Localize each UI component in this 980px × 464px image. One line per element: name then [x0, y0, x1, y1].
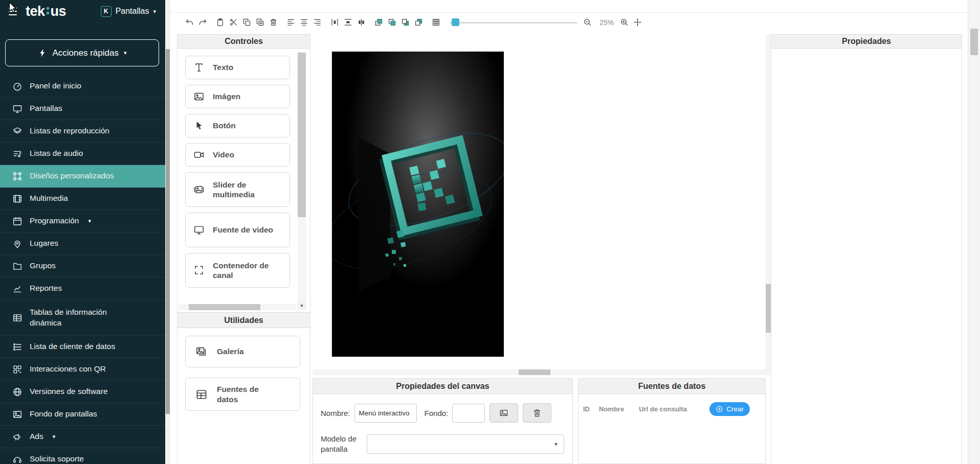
- control-card-boton[interactable]: Botón: [185, 114, 290, 137]
- screens-badge: K: [101, 6, 112, 17]
- sidebar-item-disenos-personalizados[interactable]: Diseños personalizados: [0, 165, 165, 188]
- cut-button[interactable]: [228, 16, 239, 29]
- controls-horizontal-scrollbar[interactable]: [179, 304, 296, 310]
- monitor-icon: [12, 104, 23, 114]
- utility-card-fuentes-datos[interactable]: Fuentes de datos: [185, 378, 300, 411]
- align-center-button[interactable]: [298, 16, 309, 29]
- sidebar-item-programacion[interactable]: Programación ▾: [0, 210, 165, 233]
- sidebar-item-ads[interactable]: Ads ▾: [0, 426, 165, 448]
- delete-button[interactable]: [268, 16, 279, 29]
- sidebar-item-fondo-pantallas[interactable]: Fondo de pantallas: [0, 403, 165, 426]
- data-sources-panel: Fuentes de datos ID Nombre Url de consul…: [578, 378, 766, 464]
- sidebar-scrollbar[interactable]: [165, 0, 170, 464]
- gallery-icon: [195, 345, 208, 358]
- data-sources-title: Fuentes de datos: [578, 379, 765, 394]
- canvas-vertical-scrollbar[interactable]: [766, 34, 771, 375]
- undo-button[interactable]: [184, 16, 195, 29]
- zoom-slider[interactable]: [450, 18, 577, 27]
- data-list-icon: [12, 342, 23, 352]
- bring-forward-button[interactable]: [386, 16, 397, 29]
- align-right-button[interactable]: [311, 16, 323, 29]
- sidebar-item-tablas-informacion[interactable]: Tablas de información dinámica: [0, 300, 165, 336]
- control-card-label: Texto: [213, 62, 233, 72]
- utility-card-galeria[interactable]: Galería: [185, 336, 300, 367]
- background-delete-button[interactable]: [523, 403, 551, 423]
- sidebar-item-listas-reproduccion[interactable]: Listas de reproducción: [0, 120, 165, 143]
- distribute-vertical-button[interactable]: [342, 16, 353, 29]
- sidebar-item-multimedia[interactable]: Multimedia: [0, 188, 165, 210]
- sidebar-item-label: Listas de reproducción: [30, 126, 109, 136]
- canvas-horizontal-scrollbar[interactable]: [313, 369, 766, 375]
- zoom-slider-thumb[interactable]: [452, 18, 459, 26]
- control-card-fuente-video[interactable]: Fuente de video: [185, 213, 290, 247]
- grid-toggle-button[interactable]: [430, 16, 441, 29]
- duplicate-button[interactable]: [254, 16, 265, 29]
- sidebar-item-lista-cliente-datos[interactable]: Lista de cliente de datos: [0, 336, 165, 358]
- sidebar-item-listas-audio[interactable]: Listas de audio: [0, 143, 165, 165]
- zoom-out-button[interactable]: [582, 16, 593, 29]
- sidebar-header: ☰ tekus K Pantallas ▾: [0, 0, 165, 22]
- screens-dropdown[interactable]: K Pantallas ▾: [101, 6, 156, 17]
- scrollbar-down-arrow-icon[interactable]: ▼: [298, 301, 306, 310]
- sidebar-item-grupos[interactable]: Grupos: [0, 255, 165, 277]
- redo-button[interactable]: [197, 16, 208, 29]
- control-card-imagen[interactable]: Imágen: [185, 85, 290, 108]
- video-camera-icon: [193, 149, 205, 160]
- sidebar-item-interacciones-qr[interactable]: Interacciones con QR: [0, 358, 165, 381]
- controls-vertical-scrollbar[interactable]: ▼: [298, 52, 306, 310]
- page-scrollbar-thumb[interactable]: [970, 29, 978, 55]
- canvas-vertical-scrollbar-thumb[interactable]: [766, 284, 771, 333]
- control-card-label: Imágen: [213, 91, 240, 101]
- distribute-horizontal-button[interactable]: [329, 16, 340, 29]
- sidebar-item-label: Listas de audio: [30, 148, 83, 158]
- sidebar-item-lugares[interactable]: Lugares: [0, 233, 165, 255]
- column-header-url: Url de consulta: [639, 405, 687, 413]
- sidebar-item-label: Ads: [30, 431, 43, 442]
- map-pin-icon: [12, 239, 23, 249]
- sidebar-scrollbar-thum b[interactable]: [166, 49, 170, 414]
- chevron-down-icon: ▾: [554, 441, 558, 447]
- chevron-down-icon: ▾: [88, 218, 92, 224]
- screen-model-select[interactable]: ▾: [367, 434, 564, 454]
- control-card-slider-multimedia[interactable]: Slider de multimedia: [185, 172, 290, 207]
- zoom-in-button[interactable]: [618, 16, 630, 29]
- control-card-texto[interactable]: Texto: [185, 56, 290, 79]
- menu-toggle-icon[interactable]: ☰: [5, 6, 20, 17]
- align-middle-button[interactable]: [355, 16, 367, 29]
- zoom-slider-track[interactable]: [450, 22, 577, 24]
- column-header-id: ID: [583, 405, 590, 413]
- send-to-back-button[interactable]: [413, 16, 424, 29]
- align-left-button[interactable]: [285, 16, 296, 29]
- paste-button[interactable]: [214, 16, 226, 29]
- control-card-video[interactable]: Video: [185, 143, 290, 167]
- canvas-background-input[interactable]: [452, 404, 485, 423]
- control-card-contenedor-canal[interactable]: Contenedor de canal: [185, 253, 290, 288]
- pan-button[interactable]: [632, 16, 643, 29]
- design-canvas[interactable]: [332, 52, 504, 357]
- bring-to-front-button[interactable]: [373, 16, 384, 29]
- background-label: Fondo:: [425, 409, 449, 417]
- create-datasource-button[interactable]: Crear: [709, 402, 750, 416]
- copy-button[interactable]: [241, 16, 252, 29]
- create-button-label: Crear: [726, 405, 744, 413]
- canvas-horizontal-scrollbar-thumb[interactable]: [519, 369, 550, 375]
- sidebar-item-label: Reportes: [30, 283, 62, 293]
- sidebar-item-solicita-soporte[interactable]: Solicita soporte: [0, 448, 165, 464]
- send-backward-button[interactable]: [399, 16, 411, 29]
- page-scrollbar[interactable]: [968, 0, 980, 464]
- sidebar-item-label: Lista de cliente de datos: [30, 341, 115, 352]
- sidebar-item-versiones-software[interactable]: Versiones de software: [0, 381, 165, 403]
- controls-horizontal-scrollbar-thumb[interactable]: [189, 304, 260, 310]
- canvas-name-input[interactable]: [354, 404, 417, 423]
- background-image-button[interactable]: [489, 403, 518, 423]
- controls-vertical-scrollbar-thumb[interactable]: [298, 53, 306, 217]
- canvas-properties-panel: Propiedades del canvas Nombre: Fondo: Mo…: [313, 378, 573, 464]
- sidebar-item-panel-inicio[interactable]: Panel de inicio: [0, 75, 165, 98]
- vector-square-icon: [12, 171, 23, 181]
- quick-actions-button[interactable]: Acciones rápidas ▾: [5, 39, 159, 66]
- canvas-artwork-k-logo: [332, 52, 504, 357]
- controls-list: Texto Imágen Botón Video Slider de multi…: [177, 49, 310, 288]
- sidebar-nav: Panel de inicio Pantallas Listas de repr…: [0, 75, 165, 464]
- sidebar-item-pantallas[interactable]: Pantallas: [0, 98, 165, 120]
- sidebar-item-reportes[interactable]: Reportes: [0, 277, 165, 300]
